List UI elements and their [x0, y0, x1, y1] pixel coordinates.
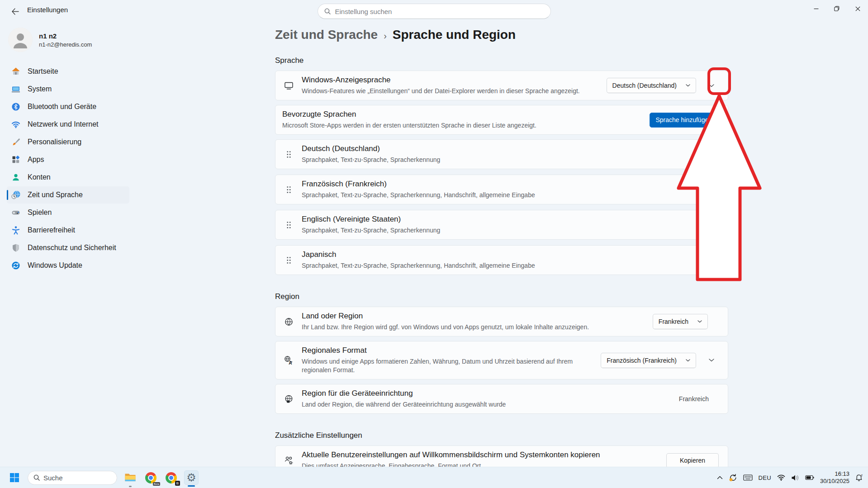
- language-features: Sprachpaket, Text-zu-Sprache, Spracherke…: [302, 156, 650, 164]
- drag-handle-icon[interactable]: [275, 186, 302, 194]
- search-icon: [324, 8, 331, 14]
- settings-search-box[interactable]: [318, 4, 551, 19]
- regional-format-dropdown[interactable]: Französisch (Frankreich): [601, 353, 696, 368]
- country-region-subtitle: Ihr Land bzw. Ihre Region wird ggf. von …: [302, 323, 650, 332]
- sidebar-item-bluetooth[interactable]: Bluetooth und Geräte: [7, 98, 129, 115]
- tray-clock[interactable]: 16:13 30/10/2025: [820, 470, 849, 485]
- active-indicator: [188, 485, 195, 487]
- tray-sync-update[interactable]: [729, 474, 737, 482]
- language-name: Englisch (Vereinigte Staaten): [302, 215, 721, 224]
- settings-search-input[interactable]: [335, 8, 544, 15]
- setup-region-subtitle: Land oder Region, die während der Geräte…: [302, 400, 650, 409]
- setup-region-row: Region für die Geräteeinrichtung Land od…: [275, 384, 728, 414]
- keyboard-icon: [743, 474, 753, 481]
- language-row-japanisch[interactable]: Japanisch Sprachpaket, Text-zu-Sprache, …: [275, 245, 728, 275]
- sidebar-item-datenschutz[interactable]: Datenschutz und Sicherheit: [7, 239, 129, 256]
- minimize-button[interactable]: [806, 0, 826, 17]
- drag-handle-icon[interactable]: [275, 221, 302, 229]
- app-title: Einstellungen: [27, 6, 68, 14]
- close-button[interactable]: [847, 0, 868, 17]
- back-button[interactable]: [7, 5, 23, 18]
- breadcrumb-parent[interactable]: Zeit und Sprache: [275, 26, 378, 43]
- back-arrow-icon: [11, 8, 19, 15]
- speaker-icon: [791, 474, 799, 481]
- close-icon: [855, 6, 860, 11]
- tray-input-language[interactable]: DEU: [759, 474, 771, 481]
- language-features: Sprachpaket, Text-zu-Sprache, Spracherke…: [302, 261, 650, 270]
- settings-app-button[interactable]: ⚙: [184, 470, 199, 485]
- start-button[interactable]: [7, 470, 22, 485]
- window-controls: [806, 0, 868, 17]
- preferred-languages-subtitle: Microsoft Store-Apps werden in der erste…: [282, 121, 631, 130]
- display-language-expander[interactable]: [702, 76, 721, 95]
- copy-settings-icon: [275, 456, 302, 465]
- language-row-franzoesisch[interactable]: Französisch (Frankreich) Sprachpaket, Te…: [275, 175, 728, 204]
- sidebar-item-spielen[interactable]: Spielen: [7, 204, 129, 221]
- sidebar-item-windows-update[interactable]: Windows Update: [7, 257, 129, 274]
- sidebar-item-netzwerk[interactable]: Netzwerk und Internet: [7, 116, 129, 133]
- apps-icon: [11, 155, 21, 165]
- add-language-button[interactable]: Sprache hinzufügen: [650, 113, 718, 128]
- chrome-beta-button[interactable]: Beta: [143, 470, 158, 485]
- shield-icon: [11, 243, 21, 253]
- home-icon: [11, 66, 21, 76]
- country-region-dropdown[interactable]: Frankreich: [653, 314, 708, 329]
- copy-button[interactable]: Kopieren: [666, 453, 719, 468]
- display-icon: [275, 81, 302, 90]
- tray-notifications[interactable]: z: [855, 474, 863, 482]
- section-label-region: Region: [275, 292, 729, 301]
- update-icon: [11, 261, 21, 270]
- file-explorer-button[interactable]: [123, 470, 138, 485]
- globe-format-icon: A: [275, 355, 302, 365]
- sync-icon: [729, 474, 737, 482]
- chevron-down-icon: [709, 84, 714, 87]
- chevron-down-icon: [686, 84, 690, 87]
- tray-battery[interactable]: [805, 475, 814, 480]
- sidebar-item-system[interactable]: System: [7, 81, 129, 98]
- sidebar-item-apps[interactable]: Apps: [7, 151, 129, 168]
- language-name: Französisch (Frankreich): [302, 180, 721, 189]
- tray-wifi[interactable]: [777, 474, 785, 481]
- profile-name: n1 n2: [39, 32, 92, 40]
- system-icon: [11, 84, 21, 94]
- running-indicator: [129, 486, 132, 487]
- language-row-englisch[interactable]: Englisch (Vereinigte Staaten) Sprachpake…: [275, 210, 728, 240]
- page-title: Sprache und Region: [393, 26, 516, 43]
- tray-touch-keyboard[interactable]: [743, 474, 753, 481]
- regional-format-expander[interactable]: [702, 351, 721, 370]
- wifi-icon: [11, 119, 21, 129]
- display-language-dropdown[interactable]: Deutsch (Deutschland): [607, 78, 696, 93]
- display-language-title: Windows-Anzeigesprache: [302, 76, 607, 85]
- sidebar-item-startseite[interactable]: Startseite: [7, 63, 129, 80]
- tray-date: 30/10/2025: [820, 478, 849, 485]
- globe-icon: [275, 317, 302, 327]
- breadcrumb: Zeit und Sprache › Sprache und Region: [275, 26, 729, 44]
- tray-volume[interactable]: [791, 474, 799, 481]
- sidebar-item-zeit-und-sprache[interactable]: Zeit und Sprache: [7, 186, 129, 204]
- drag-handle-icon[interactable]: [275, 151, 302, 158]
- avatar: [8, 28, 33, 52]
- globe-pin-icon: [275, 394, 302, 404]
- minimize-icon: [814, 6, 819, 11]
- sidebar-item-konten[interactable]: Konten: [7, 169, 129, 186]
- user-profile[interactable]: n1 n2 n1-n2@heredis.com: [8, 28, 136, 52]
- bluetooth-icon: [11, 102, 21, 112]
- beta-badge: Beta: [153, 482, 160, 486]
- taskbar-search-input[interactable]: [43, 474, 111, 482]
- sidebar-item-barrierefreiheit[interactable]: Barrierefreiheit: [7, 222, 129, 239]
- language-list: Deutsch (Deutschland) Sprachpaket, Text-…: [275, 139, 729, 275]
- b-badge: B: [175, 481, 180, 486]
- language-row-deutsch[interactable]: Deutsch (Deutschland) Sprachpaket, Text-…: [275, 139, 728, 169]
- regional-format-subtitle: Windows und einige Apps formatieren Zahl…: [302, 357, 595, 374]
- sidebar-item-personalisierung[interactable]: Personalisierung: [7, 133, 129, 151]
- taskbar-search-box[interactable]: [28, 471, 117, 485]
- tray-chevron-up[interactable]: [717, 476, 723, 479]
- drag-handle-icon[interactable]: [275, 256, 302, 264]
- chrome-b-button[interactable]: B: [164, 470, 178, 485]
- gamepad-icon: [11, 208, 21, 218]
- restore-button[interactable]: [826, 0, 847, 17]
- svg-text:A: A: [289, 360, 292, 365]
- titlebar: Einstellungen: [0, 0, 868, 22]
- chevron-down-icon: [709, 359, 714, 362]
- folder-icon: [124, 473, 136, 483]
